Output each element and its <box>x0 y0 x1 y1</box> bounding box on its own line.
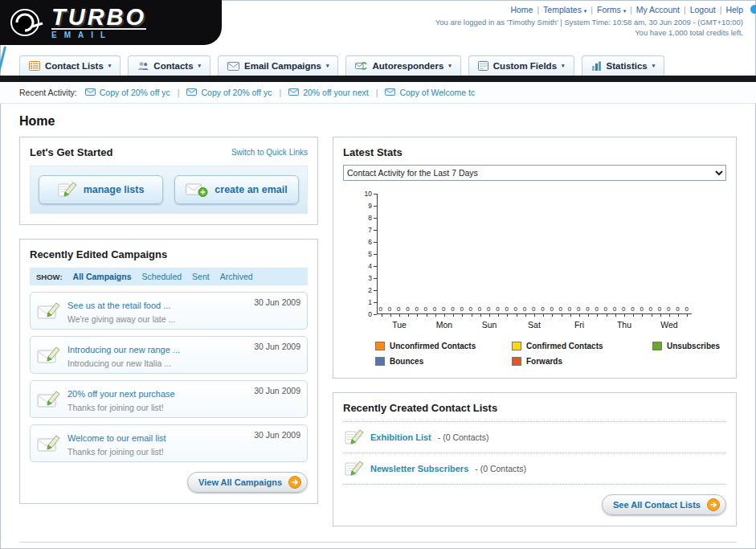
tab-autoresponders[interactable]: Autoresponders▾ <box>345 55 460 76</box>
top-link-my-account[interactable]: My Account <box>636 5 680 14</box>
page-title: Home <box>19 114 737 129</box>
chart-value-label: 0 <box>406 305 409 313</box>
credits-info: You have 1,000 total credits left. <box>435 28 743 37</box>
campaign-title-link[interactable]: See us at the retail food ... <box>67 301 170 310</box>
chart-value-label: 0 <box>622 305 625 313</box>
legend-label: Forwards <box>526 357 562 366</box>
recent-activity-bar: Recent Activity: Copy of 20% off yc|Copy… <box>0 82 756 104</box>
chart-plot-area <box>377 194 692 314</box>
contacts-icon <box>137 61 149 71</box>
chart-value-label: 0 <box>379 305 382 313</box>
logo-speedometer-icon <box>10 6 43 39</box>
recent-activity-item[interactable]: Copy of 20% off yc <box>85 88 170 97</box>
chart-value-label: 0 <box>586 305 589 313</box>
tab-label: Contact Lists <box>45 61 104 71</box>
filter-archived[interactable]: Archived <box>220 272 253 281</box>
legend-label: Confirmed Contacts <box>526 342 603 350</box>
chart-value-label: 0 <box>442 305 445 313</box>
manage-lists-button[interactable]: manage lists <box>39 175 163 204</box>
legend-item: Unconfirmed Contacts <box>375 342 512 350</box>
top-link-forms[interactable]: Forms ▾ <box>597 5 626 14</box>
main-nav: Contact Lists▾Contacts▾Email Campaigns▾A… <box>0 51 756 76</box>
tab-contact-lists[interactable]: Contact Lists▾ <box>19 55 121 76</box>
tab-label: Autoresponders <box>372 61 443 71</box>
chart-day-label: Wed <box>647 320 692 330</box>
arrow-circle-icon <box>288 476 301 489</box>
campaign-item[interactable]: See us at the retail food ... We're givi… <box>30 292 308 330</box>
envelope-pencil-icon <box>37 430 61 457</box>
recent-activity-item-label: Copy of 20% off yc <box>201 88 272 97</box>
campaign-subtitle: Thanks for joining our list! <box>67 403 247 412</box>
campaign-item[interactable]: 20% off your next purchase Thanks for jo… <box>30 380 308 418</box>
chart-day-label: Sat <box>512 320 557 330</box>
legend-swatch <box>375 357 385 366</box>
campaign-date: 30 Jun 2009 <box>254 297 300 324</box>
switch-quick-links-link[interactable]: Switch to Quick Links <box>231 148 308 157</box>
contact-list-link[interactable]: Newsletter Subscribers <box>370 464 468 473</box>
campaign-title-link[interactable]: Introducing our new range ... <box>67 345 180 354</box>
legend-item: Confirmed Contacts <box>512 342 652 350</box>
chart-value-label: 0 <box>523 305 526 313</box>
chart-value-label: 0 <box>460 305 463 313</box>
recent-activity-item[interactable]: Copy of Welcome tc <box>385 88 475 97</box>
email-icon <box>186 88 197 96</box>
show-label: SHOW: <box>36 272 63 281</box>
filter-sent[interactable]: Sent <box>192 272 210 281</box>
chart-ytick: 6 <box>354 238 372 246</box>
top-link-templates[interactable]: Templates ▾ <box>543 5 586 14</box>
chart-ytick: 8 <box>354 214 372 222</box>
contact-list-item[interactable]: Exhibition List - (0 Contacts) <box>343 422 726 453</box>
footer-divider <box>19 542 737 549</box>
filter-all-campaigns[interactable]: All Campaigns <box>73 272 132 281</box>
tab-label: Contacts <box>153 61 193 71</box>
chart-value-label: 0 <box>684 305 688 313</box>
campaign-item[interactable]: Introducing our new range ... Introducin… <box>30 336 308 374</box>
campaign-title-link[interactable]: Welcome to our email list <box>67 433 166 443</box>
chart-ytick: 3 <box>354 274 372 282</box>
view-all-campaigns-label: View All Campaigns <box>198 477 282 487</box>
chart-value-label: 0 <box>451 305 454 313</box>
tab-custom-fields[interactable]: Custom Fields▾ <box>468 55 574 76</box>
chart-value-label: 0 <box>541 305 544 313</box>
tab-statistics[interactable]: Statistics▾ <box>582 55 665 76</box>
tab-email-campaigns[interactable]: Email Campaigns▾ <box>218 55 338 76</box>
legend-swatch <box>512 342 521 350</box>
campaign-title-link[interactable]: 20% off your next purchase <box>67 389 175 399</box>
legend-label: Bounces <box>390 357 423 366</box>
activity-separator: | <box>178 88 180 97</box>
recent-activity-item-label: 20% off your next <box>303 88 369 97</box>
recent-activity-item-label: Copy of 20% off yc <box>100 88 170 97</box>
campaign-item[interactable]: Welcome to our email list Thanks for joi… <box>30 424 308 462</box>
recent-activity-item[interactable]: Copy of 20% off yc <box>186 88 272 97</box>
get-started-panel: Let's Get Started Switch to Quick Links … <box>19 137 318 225</box>
link-separator: | <box>537 6 539 14</box>
chart-ytick: 10 <box>354 190 372 198</box>
logo-subtitle: EMAIL <box>51 28 146 39</box>
contact-list-link[interactable]: Exhibition List <box>370 432 431 442</box>
top-link-logout[interactable]: Logout <box>690 5 716 14</box>
legend-label: Unsubscribes <box>667 342 720 350</box>
create-email-label: create an email <box>215 184 287 195</box>
tab-label: Statistics <box>607 61 648 71</box>
chart-value-label: 0 <box>613 305 616 313</box>
legend-item: Unsubscribes <box>652 342 726 350</box>
filter-scheduled[interactable]: Scheduled <box>141 272 182 281</box>
pencil-list-icon <box>58 182 77 198</box>
contact-activity-chart: 012345678910Tue00000Mon00000Sun00000Sat0… <box>354 194 726 335</box>
latest-stats-title: Latest Stats <box>343 146 403 158</box>
top-link-help[interactable]: Help <box>725 5 743 14</box>
stats-period-select[interactable]: Contact Activity for the Last 7 Days <box>343 165 726 181</box>
contact-list-item[interactable]: Newsletter Subscribers - (0 Contacts) <box>343 453 726 485</box>
chart-value-label: 0 <box>532 305 535 313</box>
top-link-home[interactable]: Home <box>510 5 533 14</box>
chart-ytick: 5 <box>354 250 372 258</box>
tab-contacts[interactable]: Contacts▾ <box>128 55 210 76</box>
tab-label: Custom Fields <box>493 61 557 71</box>
chart-ytick: 4 <box>354 262 372 270</box>
create-email-button[interactable]: create an email <box>174 175 299 204</box>
see-all-contact-lists-button[interactable]: See All Contact Lists <box>602 494 726 515</box>
view-all-campaigns-button[interactable]: View All Campaigns <box>187 472 308 493</box>
recent-activity-item[interactable]: 20% off your next <box>288 88 369 97</box>
chart-value-label: 0 <box>559 305 562 313</box>
link-separator: | <box>630 6 632 14</box>
